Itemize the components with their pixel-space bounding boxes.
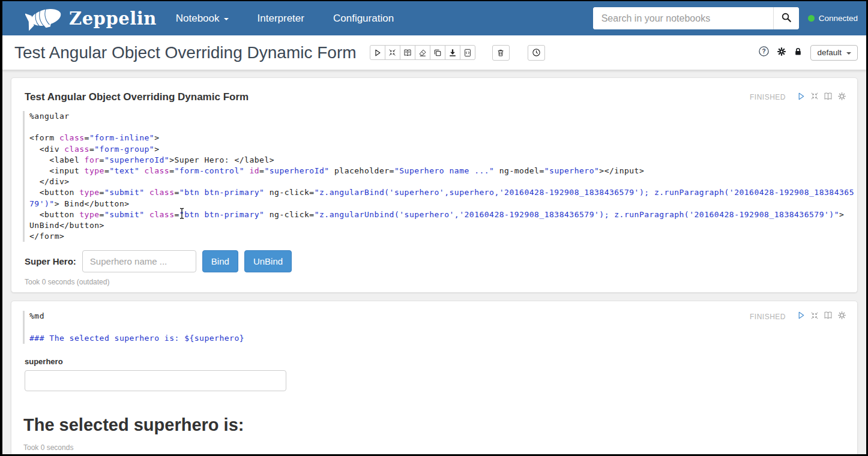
superhero-dynamic-input[interactable] <box>25 370 286 391</box>
scheduler-button[interactable] <box>528 45 545 61</box>
show-editor-button[interactable] <box>824 311 833 322</box>
collapse-icon <box>388 49 396 56</box>
clear-output-button[interactable] <box>415 45 430 60</box>
interpreter-binding-dropdown[interactable]: default <box>810 45 858 61</box>
eraser-icon <box>418 49 427 57</box>
note-toolbar: Test Angular Object Overriding Dynamic F… <box>2 35 866 70</box>
connection-label: Connected <box>819 14 858 23</box>
collapse-paragraph-button[interactable] <box>810 311 819 322</box>
paragraph-markdown: FINISHED <box>11 301 858 454</box>
play-icon <box>797 311 806 322</box>
book-icon <box>824 311 833 322</box>
play-icon <box>373 49 382 57</box>
code-file-icon <box>463 49 472 57</box>
note-settings-button[interactable] <box>777 47 786 59</box>
unbind-button[interactable]: UnBind <box>244 250 292 272</box>
export-note-button[interactable] <box>445 45 460 60</box>
nav-notebook[interactable]: Notebook <box>176 13 229 25</box>
home-link[interactable]: Zeppelin <box>25 4 157 32</box>
paragraph-elapsed-time: Took 0 seconds (outdated) <box>25 278 857 286</box>
gear-icon <box>837 92 846 103</box>
svg-text:?: ? <box>762 48 766 55</box>
paragraph-status: FINISHED <box>750 93 786 101</box>
connected-dot-icon <box>808 15 815 22</box>
dynamic-form-label: superhero <box>25 357 857 366</box>
angular-output-form: Super Hero: Bind UnBind <box>25 250 857 272</box>
clone-note-button[interactable] <box>430 45 445 60</box>
show-hide-output-button[interactable] <box>400 45 415 60</box>
show-hide-code-button[interactable] <box>385 45 400 60</box>
caret-down-icon <box>846 52 851 55</box>
paragraph-angular: Test Angular Object Overriding Dynamic F… <box>11 77 858 293</box>
search-input[interactable] <box>593 7 773 29</box>
note-title[interactable]: Test Angular Object Overriding Dynamic F… <box>14 43 357 62</box>
note-right-controls: ? <box>751 45 858 61</box>
paragraph-controls: FINISHED <box>750 311 846 322</box>
zeppelin-app: Zeppelin Notebook Interpreter Configurat… <box>2 1 866 454</box>
paragraph-title[interactable]: Test Angular Object Overriding Dynamic F… <box>25 91 249 103</box>
nav-notebook-label: Notebook <box>176 13 220 25</box>
lock-icon <box>794 47 803 59</box>
superhero-name-input[interactable] <box>82 250 196 272</box>
paragraph-controls: FINISHED <box>750 92 846 103</box>
download-icon <box>448 49 457 57</box>
markdown-output-heading: The selected superhero is: <box>23 415 857 435</box>
clock-icon <box>532 48 541 57</box>
nav-configuration[interactable]: Configuration <box>333 13 394 25</box>
note-content: Test Angular Object Overriding Dynamic F… <box>2 70 866 454</box>
show-editor-button[interactable] <box>824 92 833 103</box>
book-icon <box>403 49 412 57</box>
play-icon <box>797 92 806 103</box>
code-editor[interactable]: %md### The selected superhero is: ${supe… <box>23 311 855 344</box>
navbar: Zeppelin Notebook Interpreter Configurat… <box>2 1 866 35</box>
nav-interpreter[interactable]: Interpreter <box>258 13 304 25</box>
version-control-button[interactable] <box>460 45 475 60</box>
connection-status: Connected <box>808 14 858 23</box>
superhero-form-label: Super Hero: <box>25 256 76 266</box>
caret-down-icon <box>224 18 229 20</box>
collapse-icon <box>810 92 819 103</box>
clone-icon <box>433 49 442 57</box>
note-permissions-button[interactable] <box>794 47 803 59</box>
book-icon <box>824 92 833 103</box>
paragraph-settings-button[interactable] <box>837 311 846 322</box>
paragraph-status: FINISHED <box>750 313 786 321</box>
help-icon: ? <box>758 46 770 59</box>
shortcut-help-button[interactable]: ? <box>758 46 770 59</box>
gear-icon <box>777 47 786 59</box>
collapse-icon <box>810 311 819 322</box>
collapse-paragraph-button[interactable] <box>810 92 819 103</box>
gear-icon <box>837 311 846 322</box>
code-editor[interactable]: %angular<form class="form-inline"> <div … <box>23 111 855 242</box>
trash-icon <box>496 49 505 57</box>
window-frame: Zeppelin Notebook Interpreter Configurat… <box>0 0 868 456</box>
bind-button[interactable]: Bind <box>202 250 238 272</box>
notebook-search <box>593 7 799 29</box>
paragraph-settings-button[interactable] <box>837 92 846 103</box>
brand-name: Zeppelin <box>69 8 157 29</box>
interpreter-binding-label: default <box>817 48 842 57</box>
run-paragraph-button[interactable] <box>797 311 806 322</box>
note-action-group <box>370 45 475 60</box>
run-paragraph-button[interactable] <box>797 92 806 103</box>
delete-note-button[interactable] <box>492 45 510 61</box>
nav-links: Notebook Interpreter Configuration <box>176 13 423 25</box>
zeppelin-airship-icon <box>25 4 69 32</box>
paragraph-header: Test Angular Object Overriding Dynamic F… <box>11 78 857 103</box>
paragraph-elapsed-time: Took 0 seconds <box>23 443 857 452</box>
run-all-paragraphs-button[interactable] <box>370 45 385 60</box>
search-icon <box>781 12 792 25</box>
search-button[interactable] <box>773 7 799 29</box>
